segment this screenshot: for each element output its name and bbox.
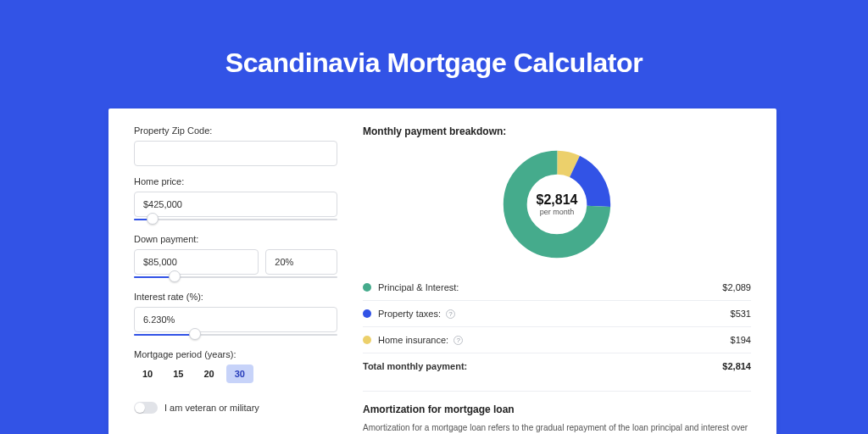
breakdown-panel: Monthly payment breakdown: $2,814 per mo… — [363, 125, 751, 434]
donut-chart: $2,814 per month — [502, 149, 612, 259]
amortization-title: Amortization for mortgage loan — [363, 403, 751, 415]
period-option-30[interactable]: 30 — [226, 364, 253, 383]
legend-dot-icon — [363, 283, 371, 292]
legend-value: $194 — [731, 335, 751, 345]
page-title: Scandinavia Mortgage Calculator — [0, 0, 868, 79]
home-price-input[interactable] — [134, 192, 337, 217]
legend-label: Property taxes: — [378, 309, 441, 319]
donut-center-amount: $2,814 — [537, 192, 578, 208]
down-payment-slider-thumb[interactable] — [169, 270, 181, 282]
legend-dot-icon — [363, 309, 371, 318]
interest-slider[interactable] — [134, 331, 337, 339]
period-option-20[interactable]: 20 — [196, 364, 223, 383]
home-price-label: Home price: — [134, 176, 337, 186]
home-price-slider-thumb[interactable] — [147, 213, 159, 225]
legend-total-value: $2,814 — [722, 361, 751, 371]
home-price-slider[interactable] — [134, 215, 337, 224]
breakdown-legend: Principal & Interest:$2,089Property taxe… — [363, 275, 751, 379]
period-option-15[interactable]: 15 — [164, 364, 192, 383]
interest-slider-thumb[interactable] — [189, 328, 201, 340]
donut-chart-wrap: $2,814 per month — [363, 149, 751, 259]
inputs-panel: Property Zip Code: Home price: Down paym… — [134, 125, 337, 434]
legend-label: Home insurance: — [378, 335, 448, 345]
veteran-label: I am veteran or military — [164, 403, 259, 413]
amortization-section: Amortization for mortgage loan Amortizat… — [363, 391, 751, 434]
interest-label: Interest rate (%): — [134, 292, 337, 302]
period-label: Mortgage period (years): — [134, 349, 337, 359]
period-option-10[interactable]: 10 — [134, 364, 161, 383]
legend-total-label: Total monthly payment: — [363, 361, 467, 371]
legend-row: Home insurance:?$194 — [363, 327, 751, 353]
legend-total-row: Total monthly payment:$2,814 — [363, 353, 751, 379]
zip-label: Property Zip Code: — [134, 125, 337, 136]
legend-row: Principal & Interest:$2,089 — [363, 275, 751, 301]
legend-dot-icon — [363, 336, 371, 344]
down-payment-amount-input[interactable] — [134, 249, 259, 275]
down-payment-percent-input[interactable] — [265, 249, 337, 275]
period-options: 10152030 — [134, 364, 337, 383]
legend-label: Principal & Interest: — [378, 282, 459, 292]
donut-center-sub: per month — [537, 208, 578, 216]
legend-value: $531 — [731, 309, 751, 319]
amortization-text: Amortization for a mortgage loan refers … — [363, 422, 751, 434]
veteran-toggle[interactable] — [134, 402, 158, 414]
legend-value: $2,089 — [722, 282, 751, 292]
down-payment-label: Down payment: — [134, 234, 337, 244]
app-background: Scandinavia Mortgage Calculator Property… — [0, 0, 868, 434]
legend-row: Property taxes:?$531 — [363, 301, 751, 327]
help-icon[interactable]: ? — [453, 336, 463, 345]
help-icon[interactable]: ? — [446, 309, 455, 319]
interest-input[interactable] — [134, 307, 337, 332]
calculator-card: Property Zip Code: Home price: Down paym… — [108, 108, 776, 434]
zip-input[interactable] — [134, 141, 337, 166]
down-payment-slider[interactable] — [134, 273, 337, 281]
breakdown-title: Monthly payment breakdown: — [363, 125, 751, 137]
